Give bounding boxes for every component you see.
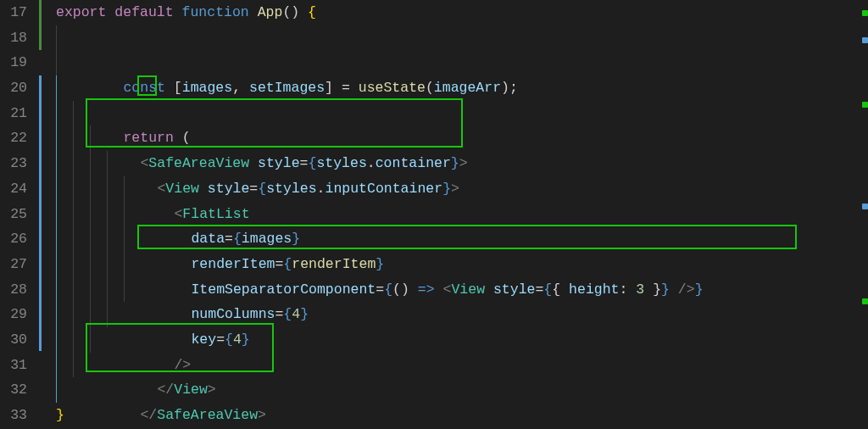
line-number: 18 [0,25,27,51]
code-line[interactable]: export default function App() { [39,0,868,25]
code-line[interactable]: data={images} [39,176,868,202]
code-line[interactable]: <SafeAreaView style={styles.container}> [39,101,868,126]
code-line[interactable]: } [39,403,868,428]
code-editor[interactable]: 17 18 19 20 21 22 23 24 25 26 27 28 29 3… [0,0,868,429]
line-number: 32 [0,377,27,403]
code-line[interactable]: ItemSeparatorComponent={() => <View styl… [39,226,868,252]
code-line[interactable]: </SafeAreaView> [39,353,868,378]
minimap-marker [862,298,868,304]
line-number: 31 [0,353,27,378]
code-line[interactable]: renderItem={renderItem} [39,202,868,227]
code-line[interactable]: </View> [39,327,868,353]
line-number: 29 [0,302,27,327]
line-number: 27 [0,252,27,277]
line-number: 19 [0,50,27,75]
minimap-marker [862,10,868,16]
line-number: 26 [0,226,27,252]
code-line[interactable]: const [images, setImages] = useState(ima… [39,25,868,51]
line-number-gutter: 17 18 19 20 21 22 23 24 25 26 27 28 29 3… [0,0,39,429]
code-area[interactable]: export default function App() { const [i… [39,0,868,429]
line-number: 23 [0,151,27,176]
line-number: 30 [0,327,27,353]
minimap-marker [862,203,868,209]
minimap-marker [862,102,868,108]
code-line[interactable]: key={4} [39,277,868,303]
line-number: 22 [0,125,27,151]
code-line[interactable]: return ( [39,75,868,101]
line-number: 20 [0,75,27,101]
line-number: 24 [0,176,27,202]
code-line[interactable]: <View style={styles.inputContainer}> [39,125,868,151]
code-line[interactable] [39,50,868,75]
line-number: 33 [0,403,27,428]
code-line[interactable]: numColumns={4} [39,252,868,277]
minimap-marker [862,37,868,43]
line-number: 25 [0,202,27,227]
code-line[interactable]: /> [39,302,868,327]
line-number: 28 [0,277,27,303]
minimap[interactable] [856,0,868,429]
line-number: 21 [0,101,27,126]
line-number: 17 [0,0,27,25]
code-line[interactable]: ) [39,377,868,403]
code-line[interactable]: <FlatList [39,151,868,176]
